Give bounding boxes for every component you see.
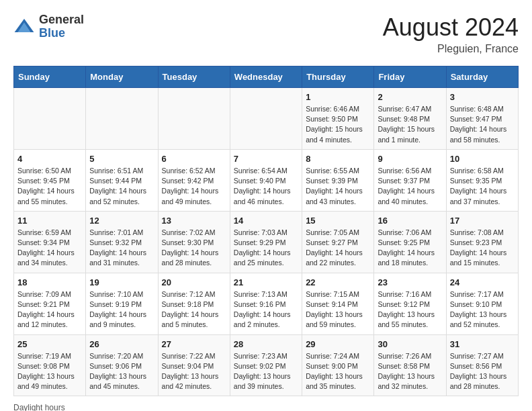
day-number: 2	[378, 92, 442, 102]
day-number: 28	[234, 339, 298, 349]
weekday-header: Thursday	[302, 66, 374, 88]
day-number: 26	[89, 339, 154, 349]
day-info: Sunrise: 6:46 AMSunset: 9:50 PMDaylight:…	[306, 104, 370, 145]
day-info: Sunrise: 7:03 AMSunset: 9:29 PMDaylight:…	[234, 228, 298, 269]
title-area: August 2024 Pleguien, France	[383, 13, 519, 55]
day-number: 9	[378, 154, 442, 164]
calendar-cell: 3Sunrise: 6:48 AMSunset: 9:47 PMDaylight…	[446, 88, 518, 150]
day-info: Sunrise: 6:51 AMSunset: 9:44 PMDaylight:…	[89, 166, 154, 207]
logo-blue: Blue	[39, 26, 65, 40]
day-number: 19	[89, 277, 154, 287]
calendar-cell: 24Sunrise: 7:17 AMSunset: 9:10 PMDayligh…	[446, 273, 518, 334]
calendar-cell: 13Sunrise: 7:02 AMSunset: 9:30 PMDayligh…	[158, 211, 230, 273]
calendar-cell: 31Sunrise: 7:27 AMSunset: 8:56 PMDayligh…	[446, 334, 518, 396]
day-info: Sunrise: 7:08 AMSunset: 9:23 PMDaylight:…	[450, 228, 515, 269]
day-number: 6	[162, 154, 226, 164]
calendar-cell: 4Sunrise: 6:50 AMSunset: 9:45 PMDaylight…	[14, 149, 86, 211]
logo-general: General	[39, 13, 84, 26]
day-number: 23	[378, 277, 442, 287]
day-info: Sunrise: 6:47 AMSunset: 9:48 PMDaylight:…	[378, 104, 442, 145]
day-number: 27	[162, 339, 226, 349]
day-info: Sunrise: 6:50 AMSunset: 9:45 PMDaylight:…	[17, 166, 82, 207]
day-number: 5	[89, 154, 154, 164]
calendar-week-row: 11Sunrise: 6:59 AMSunset: 9:34 PMDayligh…	[14, 211, 519, 273]
calendar-cell: 30Sunrise: 7:26 AMSunset: 8:58 PMDayligh…	[374, 334, 446, 396]
day-info: Sunrise: 7:26 AMSunset: 8:58 PMDaylight:…	[378, 351, 442, 392]
day-number: 11	[17, 216, 82, 226]
calendar-table: SundayMondayTuesdayWednesdayThursdayFrid…	[13, 66, 519, 396]
day-info: Sunrise: 7:10 AMSunset: 9:19 PMDaylight:…	[89, 289, 154, 330]
calendar-cell	[230, 88, 302, 150]
calendar-cell: 18Sunrise: 7:09 AMSunset: 9:21 PMDayligh…	[14, 273, 86, 334]
calendar-cell: 1Sunrise: 6:46 AMSunset: 9:50 PMDaylight…	[302, 88, 374, 150]
calendar-cell: 10Sunrise: 6:58 AMSunset: 9:35 PMDayligh…	[446, 149, 518, 211]
calendar-week-row: 1Sunrise: 6:46 AMSunset: 9:50 PMDaylight…	[14, 88, 519, 150]
day-number: 7	[234, 154, 298, 164]
calendar-cell: 21Sunrise: 7:13 AMSunset: 9:16 PMDayligh…	[230, 273, 302, 334]
day-number: 10	[450, 154, 515, 164]
calendar-cell: 17Sunrise: 7:08 AMSunset: 9:23 PMDayligh…	[446, 211, 518, 273]
day-number: 29	[306, 339, 370, 349]
day-number: 8	[306, 154, 370, 164]
calendar-cell: 29Sunrise: 7:24 AMSunset: 9:00 PMDayligh…	[302, 334, 374, 396]
day-number: 25	[17, 339, 82, 349]
calendar-week-row: 18Sunrise: 7:09 AMSunset: 9:21 PMDayligh…	[14, 273, 519, 334]
day-info: Sunrise: 7:12 AMSunset: 9:18 PMDaylight:…	[162, 289, 226, 330]
calendar-cell: 15Sunrise: 7:05 AMSunset: 9:27 PMDayligh…	[302, 211, 374, 273]
location: Pleguien, France	[383, 43, 519, 55]
calendar-header-row: SundayMondayTuesdayWednesdayThursdayFrid…	[14, 66, 519, 88]
calendar-cell: 23Sunrise: 7:16 AMSunset: 9:12 PMDayligh…	[374, 273, 446, 334]
weekday-header: Saturday	[446, 66, 518, 88]
day-number: 24	[450, 277, 515, 287]
calendar-cell	[86, 88, 158, 150]
weekday-header: Wednesday	[230, 66, 302, 88]
day-number: 1	[306, 92, 370, 102]
calendar-cell: 25Sunrise: 7:19 AMSunset: 9:08 PMDayligh…	[14, 334, 86, 396]
day-info: Sunrise: 7:09 AMSunset: 9:21 PMDaylight:…	[17, 289, 82, 330]
day-number: 16	[378, 216, 442, 226]
day-info: Sunrise: 7:13 AMSunset: 9:16 PMDaylight:…	[234, 289, 298, 330]
day-info: Sunrise: 7:23 AMSunset: 9:02 PMDaylight:…	[234, 351, 298, 392]
day-number: 20	[162, 277, 226, 287]
daylight-label: Daylight hours	[13, 403, 65, 411]
logo: General Blue	[13, 13, 84, 40]
day-info: Sunrise: 7:19 AMSunset: 9:08 PMDaylight:…	[17, 351, 82, 392]
calendar-cell: 20Sunrise: 7:12 AMSunset: 9:18 PMDayligh…	[158, 273, 230, 334]
calendar-cell: 26Sunrise: 7:20 AMSunset: 9:06 PMDayligh…	[86, 334, 158, 396]
day-info: Sunrise: 6:58 AMSunset: 9:35 PMDaylight:…	[450, 166, 515, 207]
day-info: Sunrise: 6:52 AMSunset: 9:42 PMDaylight:…	[162, 166, 226, 207]
day-info: Sunrise: 6:56 AMSunset: 9:37 PMDaylight:…	[378, 166, 442, 207]
day-info: Sunrise: 7:01 AMSunset: 9:32 PMDaylight:…	[89, 228, 154, 269]
day-number: 21	[234, 277, 298, 287]
day-info: Sunrise: 7:15 AMSunset: 9:14 PMDaylight:…	[306, 289, 370, 330]
day-number: 17	[450, 216, 515, 226]
day-info: Sunrise: 6:48 AMSunset: 9:47 PMDaylight:…	[450, 104, 515, 145]
day-number: 13	[162, 216, 226, 226]
day-number: 18	[17, 277, 82, 287]
calendar-cell: 7Sunrise: 6:54 AMSunset: 9:40 PMDaylight…	[230, 149, 302, 211]
logo-text: General Blue	[39, 13, 84, 40]
calendar-cell: 12Sunrise: 7:01 AMSunset: 9:32 PMDayligh…	[86, 211, 158, 273]
day-info: Sunrise: 7:24 AMSunset: 9:00 PMDaylight:…	[306, 351, 370, 392]
calendar-week-row: 25Sunrise: 7:19 AMSunset: 9:08 PMDayligh…	[14, 334, 519, 396]
day-info: Sunrise: 7:17 AMSunset: 9:10 PMDaylight:…	[450, 289, 515, 330]
calendar-cell: 2Sunrise: 6:47 AMSunset: 9:48 PMDaylight…	[374, 88, 446, 150]
calendar-cell: 11Sunrise: 6:59 AMSunset: 9:34 PMDayligh…	[14, 211, 86, 273]
calendar-cell: 6Sunrise: 6:52 AMSunset: 9:42 PMDaylight…	[158, 149, 230, 211]
day-number: 12	[89, 216, 154, 226]
day-info: Sunrise: 7:27 AMSunset: 8:56 PMDaylight:…	[450, 351, 515, 392]
day-info: Sunrise: 7:06 AMSunset: 9:25 PMDaylight:…	[378, 228, 442, 269]
weekday-header: Monday	[86, 66, 158, 88]
day-number: 30	[378, 339, 442, 349]
footer: Daylight hours	[13, 403, 519, 411]
page-header: General Blue August 2024 Pleguien, Franc…	[13, 13, 519, 55]
day-info: Sunrise: 7:22 AMSunset: 9:04 PMDaylight:…	[162, 351, 226, 392]
day-number: 14	[234, 216, 298, 226]
day-number: 3	[450, 92, 515, 102]
calendar-cell	[158, 88, 230, 150]
day-number: 15	[306, 216, 370, 226]
month-year: August 2024	[383, 13, 519, 42]
calendar-cell: 8Sunrise: 6:55 AMSunset: 9:39 PMDaylight…	[302, 149, 374, 211]
day-info: Sunrise: 6:55 AMSunset: 9:39 PMDaylight:…	[306, 166, 370, 207]
calendar-week-row: 4Sunrise: 6:50 AMSunset: 9:45 PMDaylight…	[14, 149, 519, 211]
